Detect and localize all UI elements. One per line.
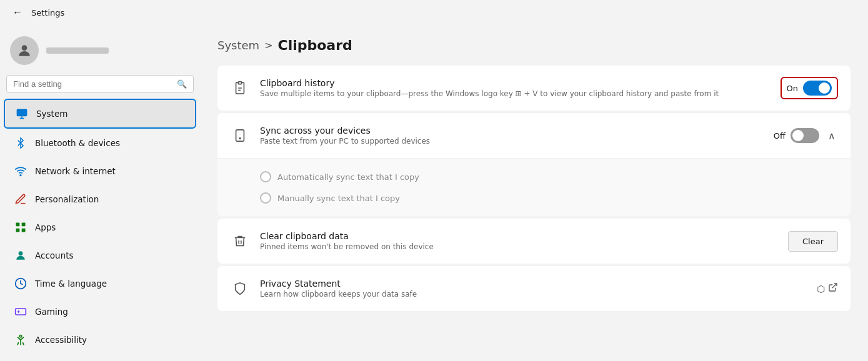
svg-point-13: [239, 138, 241, 139]
user-profile: [0, 30, 200, 75]
search-box: 🔍: [6, 75, 194, 93]
sidebar-item-network[interactable]: Network & internet: [4, 157, 196, 185]
titlebar-title: Settings: [31, 8, 64, 17]
system-icon: [15, 107, 29, 121]
bluetooth-icon: [14, 136, 27, 150]
clipboard-history-card: Clipboard history Save multiple items to…: [217, 66, 851, 111]
layout: 🔍 System Bluetooth & devices: [0, 25, 868, 361]
sidebar-item-accessibility-label: Accessibility: [35, 335, 87, 345]
clear-clipboard-text: Clear clipboard data Pinned items won't …: [260, 231, 778, 251]
svg-rect-6: [22, 229, 26, 232]
auto-sync-option[interactable]: Automatically sync text that I copy: [260, 166, 838, 187]
accessibility-icon: [14, 333, 27, 347]
clipboard-history-title: Clipboard history: [260, 78, 771, 88]
clipboard-history-icon: [230, 81, 250, 95]
sidebar-item-time-label: Time & language: [35, 279, 107, 289]
sync-toggle-thumb: [792, 130, 804, 141]
time-icon: [14, 277, 27, 290]
clipboard-history-desc: Save multiple items to your clipboard—pr…: [260, 89, 771, 98]
manual-sync-radio[interactable]: [260, 192, 271, 204]
sync-devices-icon: [230, 129, 250, 142]
sync-toggle-label: Off: [774, 131, 786, 141]
clear-clipboard-icon: [230, 234, 250, 248]
privacy-statement-desc: Learn how clipboard keeps your data safe: [260, 290, 807, 299]
breadcrumb-current: Clipboard: [278, 37, 352, 53]
privacy-statement-title: Privacy Statement: [260, 279, 807, 289]
personalization-icon: [14, 192, 27, 206]
clear-clipboard-title: Clear clipboard data: [260, 231, 778, 241]
clipboard-history-row: Clipboard history Save multiple items to…: [217, 66, 851, 111]
sidebar-item-apps-label: Apps: [35, 222, 56, 232]
sync-devices-text: Sync across your devices Paste text from…: [260, 126, 764, 146]
sync-sub-options: Automatically sync text that I copy Manu…: [217, 158, 851, 216]
titlebar: ← Settings: [0, 0, 868, 25]
privacy-statement-card: Privacy Statement Learn how clipboard ke…: [217, 266, 851, 311]
accounts-icon: [14, 249, 27, 262]
svg-rect-4: [22, 223, 26, 227]
nav-list: System Bluetooth & devices Network & int…: [0, 98, 200, 354]
sidebar-item-bluetooth[interactable]: Bluetooth & devices: [4, 129, 196, 157]
network-icon: [14, 164, 27, 178]
sync-devices-action: Off ∧: [774, 127, 838, 144]
user-name-placeholder: [46, 47, 109, 54]
svg-point-0: [22, 45, 27, 51]
back-button[interactable]: ←: [10, 4, 25, 21]
sidebar-item-network-label: Network & internet: [35, 166, 116, 176]
sidebar-item-bluetooth-label: Bluetooth & devices: [35, 138, 120, 148]
clipboard-toggle-label: On: [787, 84, 798, 93]
breadcrumb: System > Clipboard: [217, 37, 851, 53]
svg-point-7: [19, 251, 23, 255]
clear-button[interactable]: Clear: [788, 231, 838, 252]
sync-devices-row: Sync across your devices Paste text from…: [217, 113, 851, 158]
privacy-statement-row: Privacy Statement Learn how clipboard ke…: [217, 266, 851, 311]
svg-line-14: [832, 284, 837, 288]
main-content: System > Clipboard Clipboard history Sav…: [200, 25, 868, 361]
clear-clipboard-row: Clear clipboard data Pinned items won't …: [217, 219, 851, 264]
clipboard-history-action: On: [781, 77, 838, 99]
sidebar-item-gaming-label: Gaming: [35, 307, 68, 317]
clear-clipboard-action: Clear: [788, 231, 838, 252]
svg-rect-11: [238, 82, 242, 84]
sidebar-item-time[interactable]: Time & language: [4, 270, 196, 297]
sync-devices-title: Sync across your devices: [260, 126, 764, 136]
sidebar: 🔍 System Bluetooth & devices: [0, 25, 200, 361]
sidebar-item-system[interactable]: System: [4, 99, 196, 129]
sync-devices-toggle[interactable]: [791, 128, 819, 143]
svg-rect-5: [16, 229, 20, 232]
manual-sync-label: Manually sync text that I copy: [277, 194, 400, 203]
privacy-statement-text: Privacy Statement Learn how clipboard ke…: [260, 279, 807, 299]
apps-icon: [14, 220, 27, 234]
back-icon: ←: [12, 7, 22, 18]
sync-collapse-button[interactable]: ∧: [826, 127, 838, 144]
auto-sync-label: Automatically sync text that I copy: [277, 172, 419, 182]
svg-rect-12: [236, 130, 244, 141]
svg-point-2: [20, 175, 21, 176]
search-input[interactable]: [13, 79, 172, 89]
svg-point-10: [19, 335, 21, 337]
sync-toggle-wrapper: Off: [774, 128, 819, 143]
clipboard-history-toggle[interactable]: [803, 81, 832, 96]
privacy-statement-action: ⬡: [817, 282, 838, 295]
svg-rect-1: [17, 109, 27, 117]
sidebar-item-personalization-label: Personalization: [35, 194, 99, 204]
sidebar-item-personalization[interactable]: Personalization: [4, 185, 196, 213]
sidebar-item-accessibility[interactable]: Accessibility: [4, 326, 196, 354]
sidebar-item-system-label: System: [36, 109, 67, 119]
sidebar-item-apps[interactable]: Apps: [4, 214, 196, 241]
clipboard-toggle-highlight: On: [781, 77, 838, 99]
sidebar-item-gaming[interactable]: Gaming: [4, 298, 196, 325]
clear-clipboard-card: Clear clipboard data Pinned items won't …: [217, 219, 851, 264]
sidebar-item-accounts-label: Accounts: [35, 250, 74, 260]
external-link-icon[interactable]: ⬡: [817, 282, 838, 295]
svg-rect-3: [16, 223, 20, 227]
sidebar-item-accounts[interactable]: Accounts: [4, 242, 196, 269]
search-icon: 🔍: [177, 79, 187, 89]
sync-devices-desc: Paste text from your PC to supported dev…: [260, 137, 764, 146]
avatar: [10, 36, 39, 65]
gaming-icon: [14, 305, 27, 319]
sync-devices-card: Sync across your devices Paste text from…: [217, 113, 851, 216]
clipboard-history-text: Clipboard history Save multiple items to…: [260, 78, 771, 98]
auto-sync-radio[interactable]: [260, 171, 271, 182]
manual-sync-option[interactable]: Manually sync text that I copy: [260, 187, 838, 209]
privacy-statement-icon: [230, 282, 250, 295]
